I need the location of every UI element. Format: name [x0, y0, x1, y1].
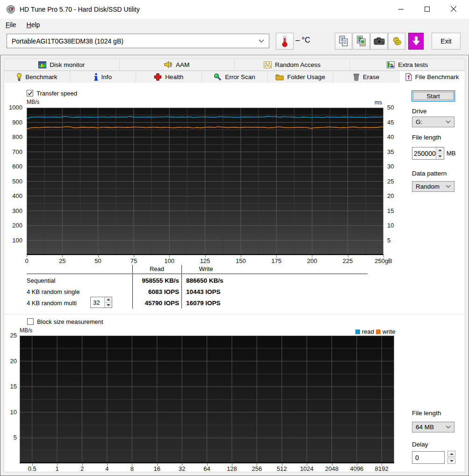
window-title: HD Tune Pro 5.70 - Hard Disk/SSD Utility [20, 6, 140, 13]
file-length2-dropdown[interactable]: 64 MB [412, 422, 455, 432]
axis-tick [107, 463, 108, 466]
tab-benchmark[interactable]: Benchmark [4, 71, 70, 83]
hands-icon [391, 36, 403, 47]
y-axis-label: 100 [4, 237, 22, 244]
y-axis-label: 800 [4, 133, 22, 140]
axis-tick [357, 463, 357, 466]
trash-icon [353, 73, 360, 81]
file-length2-label: File length [412, 410, 441, 417]
spin-up-button[interactable] [436, 147, 443, 154]
file-length2-value: 64 MB [416, 424, 434, 431]
file-length-label: File length [412, 134, 441, 141]
axis-tick [82, 463, 83, 466]
save-results-button[interactable] [408, 33, 424, 50]
maximize-button[interactable] [416, 1, 438, 17]
y2-axis-label: 10 [387, 222, 394, 229]
y-axis-label: 300 [4, 207, 22, 214]
transfer-speed-chart [27, 108, 383, 255]
checkmark-icon [28, 91, 33, 96]
drive-dropdown[interactable]: G: [412, 117, 455, 127]
exit-button[interactable]: Exit [432, 33, 461, 50]
drive-value: G: [416, 118, 422, 125]
benchmark-icon [16, 73, 22, 81]
axis-tick [169, 255, 170, 257]
x-axis-label: 100 [158, 257, 181, 264]
tab-extra-tests[interactable]: Extra tests [350, 59, 466, 71]
delay-up-button[interactable] [447, 451, 455, 457]
start-button[interactable]: Start [411, 90, 455, 102]
data-pattern-dropdown[interactable]: Random [412, 181, 455, 192]
axis-tick [157, 463, 158, 466]
tab-row-2: Benchmark Info Health Error Scan Folder … [4, 71, 465, 83]
data-pattern-value: Random [416, 183, 440, 190]
axis-tick [332, 463, 332, 466]
drive-selector-dropdown[interactable]: PortableAGI1T0G38EDM38 (1024 gB) [7, 34, 269, 48]
axis-tick [57, 463, 58, 466]
extra-tests-icon [387, 61, 395, 68]
download-icon [412, 36, 420, 46]
y2-axis-label: 35 [387, 148, 394, 155]
tab-aam[interactable]: AAM [120, 59, 235, 71]
delay-input[interactable]: 0 [412, 451, 445, 464]
copy-image-button[interactable] [353, 33, 370, 50]
block-size-chart [20, 336, 394, 463]
x-axis-label: 128 [219, 465, 245, 472]
tab-error-scan[interactable]: Error Scan [202, 71, 268, 83]
tab-disk-monitor[interactable]: Disk monitor [4, 59, 120, 71]
tab-file-benchmark[interactable]: File Benchmark [399, 71, 465, 83]
y-axis-label: 400 [4, 192, 22, 199]
y-axis-label: 700 [4, 148, 22, 155]
spin-down-button[interactable] [436, 154, 443, 159]
error-scan-icon [214, 73, 222, 81]
x-axis-label: 225 [336, 257, 360, 264]
axis-tick [98, 255, 99, 257]
y2-axis-label: 15 [387, 207, 394, 214]
chart-legend: read write [355, 328, 395, 335]
minimize-button[interactable] [390, 1, 411, 17]
close-button[interactable] [443, 1, 464, 17]
triangle-up-icon [450, 453, 454, 455]
x-axis-label: 4 [94, 465, 120, 472]
hands-button[interactable] [388, 33, 405, 50]
file-length-stepper[interactable]: 250000 [412, 147, 444, 160]
file-length-value: 250000 [412, 147, 436, 159]
chevron-down-icon [259, 39, 264, 43]
result-write-value: 886650 KB/s [186, 277, 256, 284]
transfer-speed-checkbox[interactable] [27, 90, 33, 96]
menu-file[interactable]: File [0, 19, 21, 30]
delay-label: Delay [412, 441, 428, 448]
menu-help[interactable]: Help [21, 19, 45, 30]
y2-axis-label: 30 [387, 163, 394, 170]
chevron-down-icon [446, 185, 451, 188]
tab-info[interactable]: Info [70, 71, 136, 83]
axis-tick [205, 255, 206, 257]
x-axis-label: 0 [15, 257, 38, 264]
block-size-checkbox[interactable] [27, 318, 34, 325]
result-read-value: 6083 IOPS [109, 288, 179, 295]
y2-axis-label: 50 [387, 104, 394, 111]
y-axis-label: 20 [4, 358, 17, 365]
tab-folder-usage[interactable]: Folder Usage [267, 71, 333, 83]
hd-tune-logo-icon [6, 5, 15, 14]
triangle-down-icon [450, 460, 454, 462]
copy-image-icon [356, 36, 367, 47]
write-column-header: Write [181, 265, 231, 272]
speaker-icon [164, 61, 173, 68]
y2-axis-label: 40 [387, 133, 394, 140]
tab-random-access[interactable]: Random Access [235, 59, 350, 71]
delay-value: 0 [415, 454, 419, 461]
screenshot-button[interactable] [370, 33, 388, 50]
axis-tick [312, 255, 312, 257]
disk-monitor-icon [38, 61, 46, 68]
write-legend-swatch [376, 330, 381, 334]
copy-text-button[interactable] [335, 33, 352, 50]
tab-erase[interactable]: Erase [333, 71, 399, 83]
result-row-label: 4 KB random single [27, 288, 79, 295]
x-axis-label: 256 [244, 465, 269, 472]
tab-health[interactable]: Health [136, 71, 202, 83]
queue-depth-value: 32 [91, 297, 104, 308]
thermometer-icon [281, 35, 288, 47]
delay-down-button[interactable] [447, 458, 455, 464]
temperature-button[interactable] [276, 33, 294, 50]
axis-tick [62, 255, 63, 257]
